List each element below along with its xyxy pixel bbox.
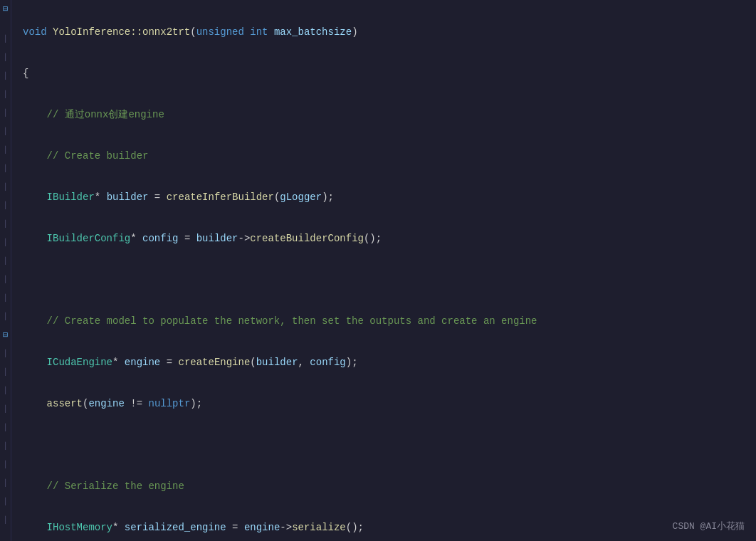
line-11: [23, 436, 756, 454]
fold-13: │: [0, 215, 11, 233]
fold-1[interactable]: ⊟: [0, 0, 11, 19]
fold-30: [0, 530, 11, 541]
fold-6: │: [0, 85, 11, 104]
line-5: IBuilder* builder = createInferBuilder(g…: [23, 188, 756, 206]
fold-8: │: [0, 122, 11, 141]
fold-20: │: [0, 345, 11, 363]
fold-4: │: [0, 48, 11, 67]
watermark-text: CSDN @AI小花猫: [673, 520, 745, 532]
line-1: void YoloInference::onnx2trt(unsigned in…: [23, 23, 756, 41]
fold-14: │: [0, 233, 11, 252]
fold-29: │: [0, 511, 11, 530]
fold-19[interactable]: ⊟: [0, 326, 11, 345]
line-3: // 通过onnx创建engine: [23, 105, 756, 124]
fold-26: │: [0, 456, 11, 474]
fold-27: │: [0, 474, 11, 493]
fold-23: │: [0, 400, 11, 419]
fold-28: │: [0, 493, 11, 511]
line-9: ICudaEngine* engine = createEngine(build…: [23, 353, 756, 372]
fold-18: │: [0, 308, 11, 326]
code-lines: void YoloInference::onnx2trt(unsigned in…: [11, 0, 756, 541]
fold-11: │: [0, 178, 11, 196]
line-12: // Serialize the engine: [23, 477, 756, 495]
fold-5: │: [0, 67, 11, 85]
fold-12: │: [0, 196, 11, 215]
fold-24: │: [0, 419, 11, 437]
line-7: [23, 270, 756, 289]
fold-15: │: [0, 252, 11, 270]
fold-21: │: [0, 363, 11, 382]
fold-22: │: [0, 382, 11, 400]
fold-7: │: [0, 104, 11, 122]
fold-25: │: [0, 437, 11, 456]
code-editor: ⊟ │ │ │ │ │ │ │ │ │ │ │ │ │ │ │ │ ⊟ │ │ …: [0, 0, 756, 541]
line-2: {: [23, 64, 756, 83]
fold-3: │: [0, 30, 11, 48]
line-13: IHostMemory* serialized_engine = engine-…: [23, 518, 756, 537]
fold-9: │: [0, 141, 11, 159]
line-4: // Create builder: [23, 147, 756, 165]
fold-gutter[interactable]: ⊟ │ │ │ │ │ │ │ │ │ │ │ │ │ │ │ │ ⊟ │ │ …: [0, 0, 11, 541]
fold-2: [0, 19, 11, 30]
fold-17: │: [0, 289, 11, 308]
fold-16: │: [0, 270, 11, 289]
line-10: assert(engine != nullptr);: [23, 394, 756, 413]
line-6: IBuilderConfig* config = builder->create…: [23, 229, 756, 248]
line-8: // Create model to populate the network,…: [23, 312, 756, 330]
fold-10: │: [0, 159, 11, 178]
